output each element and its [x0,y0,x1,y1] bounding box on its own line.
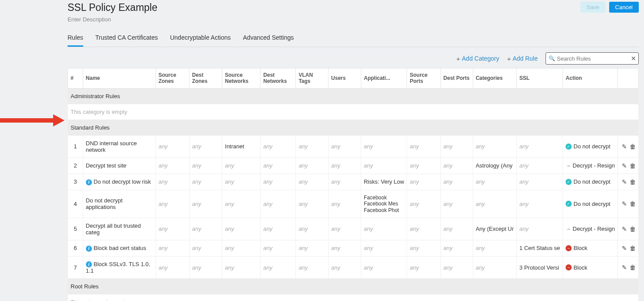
category-row[interactable]: Root Rules [68,279,639,294]
cell-categories: any [473,174,516,190]
any-value: any [159,178,168,185]
rule-row[interactable]: 4 Do not decrypt applications any any an… [68,190,639,218]
edit-icon[interactable]: ✎ [622,162,627,169]
col-ssl[interactable]: SSL [517,68,563,89]
rule-number: 4 [68,190,83,218]
rule-row[interactable]: 3 iDo not decrypt low risk any any any a… [68,174,639,190]
any-value: any [298,178,308,185]
cell-dest-nets: any [261,174,296,190]
tab-undecryptable[interactable]: Undecryptable Actions [170,31,230,47]
info-icon[interactable]: i [86,246,92,252]
cell-vlan: any [296,256,329,279]
clear-search-icon[interactable]: ✕ [631,55,636,62]
info-icon[interactable]: i [86,179,92,185]
col-categories[interactable]: Categories [473,68,516,89]
col-applications[interactable]: Applicati... [361,68,407,89]
any-value: any [444,143,453,150]
cell-dest-ports: any [441,218,473,240]
tab-rules[interactable]: Rules [68,31,83,47]
any-value: any [159,201,168,207]
edit-icon[interactable]: ✎ [622,178,627,185]
cell-src-nets: any [222,174,261,190]
edit-icon[interactable]: ✎ [622,264,627,271]
any-value: any [476,245,485,251]
cell-dest-ports: any [441,135,473,157]
delete-icon[interactable]: 🗑 [630,162,636,169]
cell-dest-zones: any [189,157,222,174]
delete-icon[interactable]: 🗑 [630,264,636,271]
any-value: any [410,162,419,169]
category-row[interactable]: Standard Rules [68,120,639,135]
page-description[interactable]: Enter Description [68,16,157,23]
col-name[interactable]: Name [83,68,156,89]
cell-src-ports: any [407,190,441,218]
info-icon[interactable]: i [86,261,92,267]
any-value: any [192,178,201,185]
col-users[interactable]: Users [329,68,361,89]
any-value: any [476,201,485,207]
rule-row[interactable]: 6 iBlock bad cert status any any any any… [68,240,639,256]
edit-icon[interactable]: ✎ [622,226,627,233]
any-value: any [263,226,272,232]
col-src-nets[interactable]: Source Networks [222,68,261,89]
col-src-ports[interactable]: Source Ports [407,68,441,89]
action-do-not-decrypt: ✓Do not decrypt [566,143,615,150]
delete-icon[interactable]: 🗑 [630,143,636,150]
search-rules-field[interactable]: 🔍 ✕ [546,52,639,65]
edit-icon[interactable]: ✎ [622,245,627,252]
page-title: SSL Policy Example [68,2,157,14]
delete-icon[interactable]: 🗑 [630,245,636,252]
category-row[interactable]: Administrator Rules [68,88,639,104]
cell-applications: Risks: Very Low [361,174,407,190]
delete-icon[interactable]: 🗑 [630,226,636,233]
save-button[interactable]: Save [580,2,606,13]
delete-icon[interactable]: 🗑 [630,200,636,207]
cancel-button[interactable]: Cancel [609,2,639,13]
applications-cell: FacebookFacebook MesFacebook Phot [364,195,404,213]
col-action[interactable]: Action [563,68,618,89]
cell-ssl: 1 Cert Status se [517,240,563,256]
cell-categories: Astrology (Any [473,157,516,174]
col-dest-nets[interactable]: Dest Networks [261,68,296,89]
any-value: any [444,201,453,207]
cell-src-zones: any [156,135,189,157]
delete-icon[interactable]: 🗑 [630,178,636,185]
any-value: any [331,201,340,207]
any-value: any [519,162,529,169]
any-value: any [519,143,529,150]
add-rule-button[interactable]: + Add Rule [507,55,538,62]
rule-row[interactable]: 2 Decrypt test site any any any any any … [68,157,639,174]
cell-users: any [329,256,361,279]
action-block: –Block [566,245,615,251]
cell-src-zones: any [156,174,189,190]
any-value: any [263,178,272,185]
cell-applications: any [361,256,407,279]
cell-src-nets: any [222,240,261,256]
edit-icon[interactable]: ✎ [622,143,627,150]
edit-icon[interactable]: ✎ [622,200,627,207]
cell-src-nets: any [222,157,261,174]
cell-dest-zones: any [189,240,222,256]
rule-row[interactable]: 1 DND internal source network any any In… [68,135,639,157]
search-input[interactable] [555,55,631,62]
tab-advanced[interactable]: Advanced Settings [243,31,294,47]
col-dest-zones[interactable]: Dest Zones [189,68,222,89]
tab-trusted-ca[interactable]: Trusted CA Certificates [95,31,158,47]
col-src-zones[interactable]: Source Zones [156,68,189,89]
any-value: any [410,245,419,251]
cell-dest-zones: any [189,256,222,279]
cell-dest-zones: any [189,190,222,218]
cell-action: ✓Do not decrypt [563,135,618,157]
check-icon: ✓ [566,201,572,207]
col-vlan[interactable]: VLAN Tags [296,68,329,89]
rule-row[interactable]: 5 Decrypt all but trusted categ any any … [68,218,639,240]
col-number[interactable]: # [68,68,83,89]
col-dest-ports[interactable]: Dest Ports [441,68,473,89]
cell-users: any [329,135,361,157]
cell-src-nets: any [222,190,261,218]
arrow-annotation [0,113,64,128]
any-value: any [410,226,419,232]
rule-name: Do not decrypt applications [83,190,156,218]
add-category-button[interactable]: + Add Category [456,55,499,62]
rule-row[interactable]: 7 iBlock SSLv3. TLS 1.0, 1.1 any any any… [68,256,639,279]
